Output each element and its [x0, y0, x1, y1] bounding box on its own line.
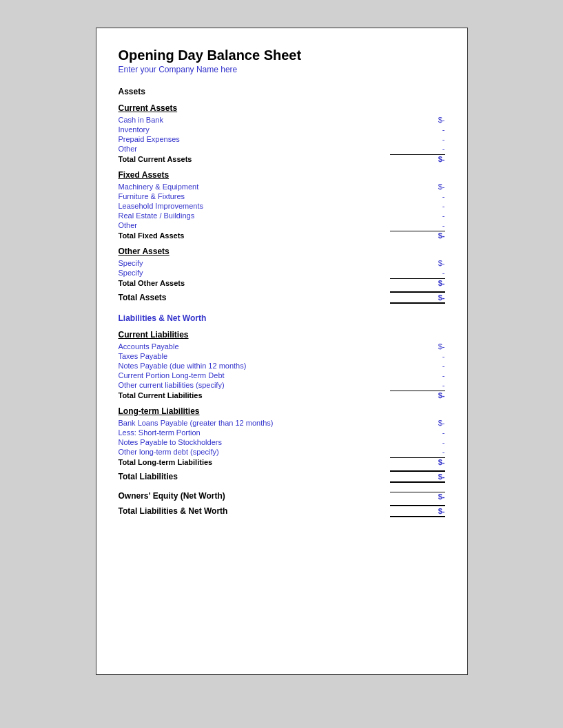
less-short-term-row: Less: Short-term Portion - — [119, 428, 445, 437]
inventory-value: - — [390, 125, 445, 134]
total-current-assets-value: $- — [390, 154, 445, 163]
prepaid-expenses-row: Prepaid Expenses - — [119, 135, 445, 143]
total-long-term-liabilities-value: $- — [390, 457, 445, 466]
real-estate-label: Real Estate / Buildings — [119, 211, 390, 220]
total-liabilities-net-worth-value: $- — [390, 505, 445, 517]
other-fixed-row: Other - — [119, 221, 445, 229]
total-liabilities-net-worth-row: Total Liabilities & Net Worth $- — [119, 505, 445, 517]
furniture-label: Furniture & Fixtures — [119, 192, 390, 200]
other-long-term-debt-label: Other long-term debt (specify) — [119, 448, 390, 456]
assets-header: Assets — [119, 87, 445, 96]
specify2-row: Specify - — [119, 269, 445, 277]
current-liabilities-label: Current Liabilities — [119, 330, 445, 340]
notes-payable-current-value: - — [390, 362, 445, 370]
other-current-row: Other - — [119, 145, 445, 153]
company-subtitle: Enter your Company Name here — [119, 65, 445, 74]
other-long-term-debt-row: Other long-term debt (specify) - — [119, 448, 445, 456]
total-long-term-liabilities-label: Total Long-term Liabilities — [119, 458, 390, 466]
notes-payable-stockholders-value: - — [390, 438, 445, 446]
other-fixed-value: - — [390, 221, 445, 229]
current-portion-lt-debt-label: Current Portion Long-term Debt — [119, 371, 390, 379]
specify1-value: $- — [390, 259, 445, 267]
total-fixed-assets-value: $- — [390, 231, 445, 240]
machinery-row: Machinery & Equipment $- — [119, 183, 445, 191]
owners-equity-row: Owners' Equity (Net Worth) $- — [119, 491, 445, 501]
total-current-assets-row: Total Current Assets $- — [119, 154, 445, 163]
notes-payable-stockholders-row: Notes Payable to Stockholders - — [119, 438, 445, 446]
total-liabilities-value: $- — [390, 470, 445, 483]
total-liabilities-label: Total Liabilities — [119, 472, 390, 481]
notes-payable-current-row: Notes Payable (due within 12 months) - — [119, 362, 445, 370]
leasehold-label: Leasehold Improvements — [119, 202, 390, 210]
prepaid-expenses-value: - — [390, 135, 445, 143]
other-current-liabilities-row: Other current liabilities (specify) - — [119, 381, 445, 389]
total-assets-value: $- — [390, 291, 445, 304]
accounts-payable-row: Accounts Payable $- — [119, 342, 445, 351]
balance-sheet-page: Opening Day Balance Sheet Enter your Com… — [96, 28, 468, 675]
taxes-payable-row: Taxes Payable - — [119, 352, 445, 360]
total-liabilities-row: Total Liabilities $- — [119, 470, 445, 483]
liabilities-header: Liabilities & Net Worth — [119, 313, 445, 323]
inventory-label: Inventory — [119, 125, 390, 134]
specify1-row: Specify $- — [119, 259, 445, 267]
total-long-term-liabilities-row: Total Long-term Liabilities $- — [119, 457, 445, 466]
total-current-liabilities-row: Total Current Liabilities $- — [119, 391, 445, 399]
less-short-term-value: - — [390, 428, 445, 437]
cash-in-bank-row: Cash in Bank $- — [119, 116, 445, 124]
current-assets-label: Current Assets — [119, 103, 445, 113]
machinery-label: Machinery & Equipment — [119, 183, 390, 191]
other-long-term-debt-value: - — [390, 448, 445, 456]
cash-in-bank-label: Cash in Bank — [119, 116, 390, 124]
total-fixed-assets-row: Total Fixed Assets $- — [119, 231, 445, 240]
owners-equity-value: $- — [390, 492, 445, 501]
other-current-liabilities-value: - — [390, 381, 445, 389]
current-portion-lt-debt-row: Current Portion Long-term Debt - — [119, 371, 445, 379]
notes-payable-current-label: Notes Payable (due within 12 months) — [119, 362, 390, 370]
owners-equity-label: Owners' Equity (Net Worth) — [119, 491, 390, 501]
less-short-term-label: Less: Short-term Portion — [119, 428, 390, 437]
total-assets-label: Total Assets — [119, 293, 390, 302]
other-fixed-label: Other — [119, 221, 390, 229]
cash-in-bank-value: $- — [390, 116, 445, 124]
other-current-label: Other — [119, 145, 390, 153]
leasehold-value: - — [390, 202, 445, 210]
prepaid-expenses-label: Prepaid Expenses — [119, 135, 390, 143]
other-current-liabilities-label: Other current liabilities (specify) — [119, 381, 390, 389]
total-current-liabilities-value: $- — [390, 391, 445, 399]
specify1-label: Specify — [119, 259, 390, 267]
other-current-value: - — [390, 145, 445, 153]
total-other-assets-value: $- — [390, 278, 445, 287]
total-assets-row: Total Assets $- — [119, 291, 445, 304]
fixed-assets-label: Fixed Assets — [119, 170, 445, 180]
specify2-label: Specify — [119, 269, 390, 277]
taxes-payable-label: Taxes Payable — [119, 352, 390, 360]
total-current-liabilities-label: Total Current Liabilities — [119, 391, 390, 399]
long-term-liabilities-label: Long-term Liabilities — [119, 406, 445, 416]
machinery-value: $- — [390, 183, 445, 191]
accounts-payable-value: $- — [390, 342, 445, 351]
current-portion-lt-debt-value: - — [390, 371, 445, 379]
real-estate-row: Real Estate / Buildings - — [119, 211, 445, 220]
furniture-value: - — [390, 192, 445, 200]
inventory-row: Inventory - — [119, 125, 445, 134]
total-fixed-assets-label: Total Fixed Assets — [119, 231, 390, 240]
notes-payable-stockholders-label: Notes Payable to Stockholders — [119, 438, 390, 446]
leasehold-row: Leasehold Improvements - — [119, 202, 445, 210]
bank-loans-payable-row: Bank Loans Payable (greater than 12 mont… — [119, 419, 445, 427]
page-title: Opening Day Balance Sheet — [119, 48, 445, 63]
bank-loans-payable-label: Bank Loans Payable (greater than 12 mont… — [119, 419, 390, 427]
total-current-assets-label: Total Current Assets — [119, 155, 390, 163]
taxes-payable-value: - — [390, 352, 445, 360]
specify2-value: - — [390, 269, 445, 277]
total-other-assets-label: Total Other Assets — [119, 279, 390, 287]
total-liabilities-net-worth-label: Total Liabilities & Net Worth — [119, 506, 390, 516]
bank-loans-payable-value: $- — [390, 419, 445, 427]
furniture-row: Furniture & Fixtures - — [119, 192, 445, 200]
total-other-assets-row: Total Other Assets $- — [119, 278, 445, 287]
real-estate-value: - — [390, 211, 445, 220]
accounts-payable-label: Accounts Payable — [119, 342, 390, 351]
other-assets-label: Other Assets — [119, 247, 445, 256]
